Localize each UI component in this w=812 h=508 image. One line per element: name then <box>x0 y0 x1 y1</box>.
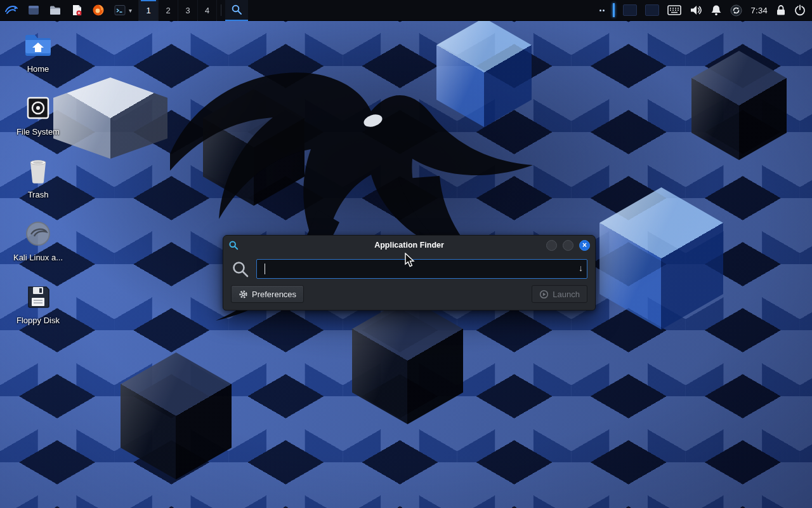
tray-window-icon[interactable] <box>645 4 659 16</box>
file-manager-icon <box>27 4 40 17</box>
top-panel: ▾ 1 2 3 4 7:3 <box>0 0 812 21</box>
desktop-icon-column: Home File System Trash Kali Linux a... <box>5 29 71 344</box>
indicator-dots <box>599 10 605 11</box>
search-input[interactable] <box>256 259 587 279</box>
text-editor-launcher[interactable] <box>66 0 88 21</box>
home-icon <box>23 32 53 58</box>
close-icon: × <box>582 241 587 249</box>
window-title: Application Finder <box>223 241 595 250</box>
workspace-3[interactable]: 3 <box>178 0 197 21</box>
workspace-switcher: 1 2 3 4 <box>138 0 217 21</box>
mouse-cursor <box>404 253 417 268</box>
document-icon <box>70 4 83 17</box>
keyboard-icon[interactable] <box>667 5 681 15</box>
text-caret <box>265 264 265 274</box>
titlebar[interactable]: Application Finder × <box>223 236 595 255</box>
close-button[interactable]: × <box>579 240 590 251</box>
cpu-graph-icon[interactable] <box>613 3 615 17</box>
workspace-4-label: 4 <box>205 6 209 15</box>
window-controls: × <box>546 240 590 251</box>
terminal-launcher[interactable] <box>109 0 128 21</box>
workspace-1[interactable]: 1 <box>138 0 158 21</box>
desktop-icon-file-system[interactable]: File System <box>5 92 71 137</box>
notifications-bell-icon[interactable] <box>710 4 722 16</box>
button-row-spacer <box>304 285 532 303</box>
minimize-button[interactable] <box>546 240 557 251</box>
floppy-disk-icon <box>25 284 51 309</box>
power-icon[interactable] <box>794 4 806 16</box>
gear-icon <box>239 290 248 299</box>
workspace-4[interactable]: 4 <box>197 0 217 21</box>
desktop-icon-label: File System <box>5 127 71 137</box>
launch-button[interactable]: Launch <box>532 285 587 303</box>
tray-window-icon[interactable] <box>623 4 637 16</box>
terminal-icon <box>114 4 126 17</box>
workspace-3-label: 3 <box>185 6 190 15</box>
desktop-icon-kali-docs[interactable]: Kali Linux a... <box>5 218 71 262</box>
preferences-label: Preferences <box>252 290 296 299</box>
desktop-icon-home[interactable]: Home <box>5 29 71 74</box>
kali-docs-icon <box>25 220 51 247</box>
search-entry: ↓ <box>256 259 587 279</box>
folder-launcher[interactable] <box>44 0 66 21</box>
desktop-icon-label: Home <box>5 64 71 74</box>
desktop-icon-label: Trash <box>5 190 71 199</box>
firefox-launcher[interactable] <box>88 0 109 21</box>
workspace-2[interactable]: 2 <box>158 0 178 21</box>
lock-icon[interactable] <box>776 4 786 16</box>
file-system-icon <box>25 95 51 121</box>
app-finder-icon <box>231 4 242 15</box>
desktop-icon-trash[interactable]: Trash <box>5 155 71 199</box>
window-title-icon <box>228 240 239 250</box>
panel-right-area: 7:34 <box>599 0 812 21</box>
search-icon <box>231 260 250 279</box>
preferences-button[interactable]: Preferences <box>231 285 304 303</box>
workspace-1-label: 1 <box>146 6 150 15</box>
folder-icon <box>49 4 62 17</box>
firefox-icon <box>92 4 105 17</box>
desktop-icon-floppy-disk[interactable]: Floppy Disk <box>5 281 71 325</box>
desktop-icon-label: Kali Linux a... <box>5 253 71 262</box>
file-manager-launcher[interactable] <box>23 0 44 21</box>
chevron-down-icon[interactable]: ▾ <box>129 7 132 14</box>
launch-label: Launch <box>553 290 580 299</box>
taskbar-application-finder-button[interactable] <box>225 0 248 21</box>
volume-icon[interactable] <box>690 4 702 16</box>
desktop-icon-label: Floppy Disk <box>5 316 71 325</box>
maximize-button[interactable] <box>563 240 573 251</box>
trash-icon <box>25 157 51 184</box>
kali-menu-icon <box>4 3 18 17</box>
applications-menu-button[interactable] <box>0 0 23 21</box>
dropdown-arrow-icon[interactable]: ↓ <box>579 263 583 273</box>
workspace-2-label: 2 <box>166 6 170 15</box>
application-finder-window: Application Finder × ↓ Prefer <box>223 235 596 311</box>
launch-icon <box>539 290 549 299</box>
panel-separator <box>221 4 221 16</box>
updates-icon[interactable] <box>730 4 742 17</box>
clock[interactable]: 7:34 <box>750 6 768 15</box>
